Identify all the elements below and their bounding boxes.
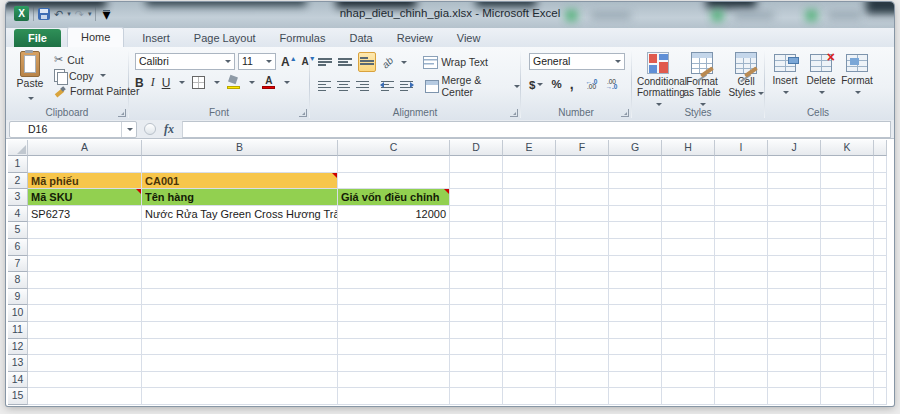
grid-cell-I11[interactable]: [715, 322, 768, 339]
grid-cell-D4[interactable]: [450, 206, 503, 223]
column-header-B[interactable]: B: [142, 140, 338, 156]
grid-cell-H9[interactable]: [662, 289, 715, 306]
undo-dropdown-icon[interactable]: ▾: [67, 10, 71, 18]
tab-home[interactable]: Home: [67, 27, 124, 47]
grid-cell-partial-2[interactable]: [874, 173, 887, 190]
grid-cell-E3[interactable]: [503, 189, 556, 206]
grid-cell-A9[interactable]: [28, 289, 142, 306]
grid-cell-K11[interactable]: [821, 322, 874, 339]
column-header-E[interactable]: E: [503, 140, 556, 156]
grid-cell-J9[interactable]: [768, 289, 821, 306]
excel-logo-icon[interactable]: X: [14, 6, 29, 21]
grid-cell-C3[interactable]: Giá vốn điều chỉnh: [338, 189, 450, 206]
grid-cell-J3[interactable]: [768, 189, 821, 206]
grid-cell-J4[interactable]: [768, 206, 821, 223]
align-middle-icon[interactable]: [338, 56, 352, 68]
merge-center-button[interactable]: Merge & Center: [425, 74, 520, 98]
grid-cell-I9[interactable]: [715, 289, 768, 306]
font-dialog-launcher-icon[interactable]: [299, 109, 307, 117]
title-bar[interactable]: nhap_dieu_chinh_gia.xlsx - Microsoft Exc…: [6, 2, 894, 28]
grid-cell-C8[interactable]: [338, 272, 450, 289]
alignment-dialog-launcher-icon[interactable]: [510, 109, 518, 117]
grid-cell-G2[interactable]: [609, 173, 662, 190]
grid-cell-E7[interactable]: [503, 256, 556, 273]
grid-cell-B15[interactable]: [142, 388, 338, 405]
tab-file[interactable]: File: [14, 29, 61, 47]
grid-cell-A1[interactable]: [28, 156, 142, 173]
grid-cell-A8[interactable]: [28, 272, 142, 289]
grid-cell-B9[interactable]: [142, 289, 338, 306]
underline-button[interactable]: U: [162, 76, 171, 90]
grid-cell-A7[interactable]: [28, 256, 142, 273]
grid-cell-J14[interactable]: [768, 372, 821, 389]
grid-cell-F13[interactable]: [556, 355, 609, 372]
grid-cell-B11[interactable]: [142, 322, 338, 339]
grid-cell-J10[interactable]: [768, 305, 821, 322]
grid-cell-A11[interactable]: [28, 322, 142, 339]
grid-cell-K4[interactable]: [821, 206, 874, 223]
grid-cell-E5[interactable]: [503, 222, 556, 239]
formula-input[interactable]: [182, 121, 891, 138]
grid-cell-K10[interactable]: [821, 305, 874, 322]
grid-cell-G5[interactable]: [609, 222, 662, 239]
increase-indent-icon[interactable]: [400, 78, 413, 93]
grid-cell-G9[interactable]: [609, 289, 662, 306]
grid-cell-B5[interactable]: [142, 222, 338, 239]
grid-cell-G14[interactable]: [609, 372, 662, 389]
grid-cell-C6[interactable]: [338, 239, 450, 256]
grid-cell-J2[interactable]: [768, 173, 821, 190]
tab-data[interactable]: Data: [337, 29, 384, 47]
grid-cell-I6[interactable]: [715, 239, 768, 256]
grid-cell-K15[interactable]: [821, 388, 874, 405]
grid-cell-J6[interactable]: [768, 239, 821, 256]
grid-cell-K3[interactable]: [821, 189, 874, 206]
grid-cell-G1[interactable]: [609, 156, 662, 173]
grid-cell-G7[interactable]: [609, 256, 662, 273]
font-color-icon[interactable]: A: [262, 76, 275, 89]
grid-cell-I8[interactable]: [715, 272, 768, 289]
italic-button[interactable]: I: [151, 75, 155, 90]
grid-cell-D5[interactable]: [450, 222, 503, 239]
grid-cell-E9[interactable]: [503, 289, 556, 306]
grid-cell-I12[interactable]: [715, 339, 768, 356]
underline-dropdown-icon[interactable]: [179, 81, 185, 84]
grid-cell-A2[interactable]: Mã phiếu: [28, 173, 142, 190]
grid-cell-F15[interactable]: [556, 388, 609, 405]
grid-cell-J12[interactable]: [768, 339, 821, 356]
row-header-2[interactable]: 2: [8, 173, 28, 190]
grid-cell-E10[interactable]: [503, 305, 556, 322]
bold-button[interactable]: B: [135, 76, 144, 90]
grid-cell-H5[interactable]: [662, 222, 715, 239]
copy-button[interactable]: Copy: [54, 69, 139, 82]
grid-cell-F5[interactable]: [556, 222, 609, 239]
grid-cell-F9[interactable]: [556, 289, 609, 306]
grid-cell-I13[interactable]: [715, 355, 768, 372]
grid-cell-F4[interactable]: [556, 206, 609, 223]
borders-icon[interactable]: [192, 76, 205, 89]
grid-cell-F14[interactable]: [556, 372, 609, 389]
grid-cell-E11[interactable]: [503, 322, 556, 339]
column-header-H[interactable]: H: [662, 140, 715, 156]
grid-cell-J8[interactable]: [768, 272, 821, 289]
conditional-formatting-button[interactable]: ConditionalFormatting: [636, 51, 680, 109]
grid-cell-I1[interactable]: [715, 156, 768, 173]
increase-decimal-button[interactable]: ←.0.00: [586, 79, 598, 89]
grid-cell-A6[interactable]: [28, 239, 142, 256]
grid-cell-B3[interactable]: Tên hàng: [142, 189, 338, 206]
grid-cell-H14[interactable]: [662, 372, 715, 389]
align-center-icon[interactable]: [337, 78, 350, 93]
grid-cell-G4[interactable]: [609, 206, 662, 223]
grid-cell-E1[interactable]: [503, 156, 556, 173]
grid-cell-C10[interactable]: [338, 305, 450, 322]
font-size-combobox[interactable]: 11: [238, 53, 276, 70]
grid-cell-partial-5[interactable]: [874, 222, 887, 239]
grid-cell-E6[interactable]: [503, 239, 556, 256]
tab-review[interactable]: Review: [385, 29, 445, 47]
tab-insert[interactable]: Insert: [130, 29, 182, 47]
align-bottom-button[interactable]: [358, 52, 376, 72]
grid-cell-F11[interactable]: [556, 322, 609, 339]
decrease-indent-icon[interactable]: [381, 78, 394, 93]
align-top-icon[interactable]: [318, 56, 332, 68]
grid-cell-partial-3[interactable]: [874, 189, 887, 206]
grid-cell-partial-6[interactable]: [874, 239, 887, 256]
